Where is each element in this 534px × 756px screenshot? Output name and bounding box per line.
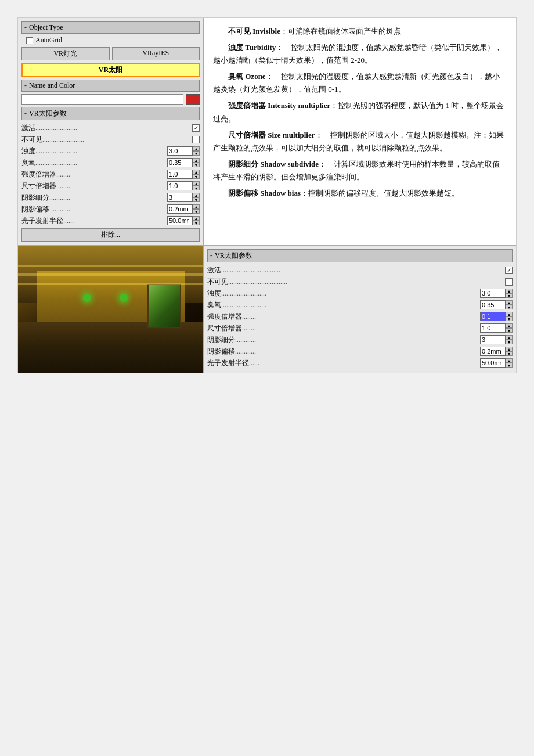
param-label-chouyang: 臭氧........................: [21, 158, 167, 168]
name-color-header: - Name and Color: [21, 80, 200, 92]
params-label: VR太阳参数: [29, 109, 67, 118]
chouyang-down[interactable]: ▼: [193, 163, 200, 167]
name-color-dash: -: [24, 81, 27, 90]
zhuodu-up[interactable]: ▲: [193, 146, 200, 151]
b-yinying-py-input[interactable]: [480, 347, 506, 356]
guangzi-down[interactable]: ▼: [193, 221, 200, 225]
param-value-bukejian: [192, 136, 200, 143]
b-param-label-yinying-xf: 阴影细分............: [207, 335, 480, 345]
param-value-qiangdu: ▲ ▼: [167, 170, 200, 179]
autogrid-row: AutoGrid: [21, 36, 200, 45]
b-chouyang-up[interactable]: ▲: [506, 300, 513, 305]
chouyang-up[interactable]: ▲: [193, 158, 200, 163]
vr-ies-button[interactable]: VRayIES: [112, 47, 200, 60]
yinying-xf-down[interactable]: ▼: [193, 197, 200, 202]
exclude-button[interactable]: 排除...: [21, 228, 200, 242]
yinying-xf-input[interactable]: [167, 193, 193, 202]
room-window: [147, 284, 181, 329]
para-qiangdu: 强度倍增器 Intensity multiplier：控制光照的强弱程度，默认值…: [213, 99, 507, 125]
yinying-py-input[interactable]: [167, 204, 193, 214]
b-yinying-py-spinner: ▲ ▼: [506, 347, 513, 356]
term-yinying-py: 阴影偏移 Shadow bias: [228, 189, 301, 197]
b-param-row-guangzi: 光子发射半径...... ▲ ▼: [207, 358, 513, 368]
param-row-zhuodu: 浊度........................ ▲ ▼: [21, 146, 200, 156]
b-param-row-yinying-xf: 阴影细分............ ▲ ▼: [207, 334, 513, 345]
b-chouyang-down[interactable]: ▼: [506, 305, 513, 309]
b-yinying-py-up[interactable]: ▲: [506, 347, 513, 351]
vr-sun-btn-row: VR太阳: [21, 63, 200, 77]
object-type-dash: -: [24, 23, 27, 32]
name-input-field[interactable]: [21, 94, 183, 105]
b-guangzi-spinner: ▲ ▼: [506, 358, 513, 368]
b-jihuo-checkbox[interactable]: ✓: [505, 267, 513, 274]
b-yinying-py-down[interactable]: ▼: [506, 351, 513, 356]
b-zhuodu-input[interactable]: [480, 289, 506, 298]
qiangdu-up[interactable]: ▲: [193, 170, 200, 174]
yinying-xf-up[interactable]: ▲: [193, 193, 200, 197]
term-chouyang: 臭氧 Ozone: [228, 72, 266, 81]
param-value-chouyang: ▲ ▼: [167, 158, 200, 167]
bottom-params-dash: -: [210, 251, 212, 260]
b-chicun-up[interactable]: ▲: [506, 323, 513, 328]
param-label-bukejian: 不可见........................: [21, 135, 192, 145]
chouyang-input[interactable]: [167, 158, 193, 167]
b-param-label-chouyang: 臭氧..........................: [207, 300, 480, 310]
b-zhuodu-down[interactable]: ▼: [506, 293, 513, 298]
para-yinying-xf: 阴影细分 Shadow subdivide： 计算区域阴影效果时使用的样本数量，…: [213, 158, 507, 183]
term-chicun: 尺寸倍增器 Size multiplier: [228, 131, 315, 139]
b-guangzi-input[interactable]: [480, 358, 506, 368]
b-chicun-down[interactable]: ▼: [506, 328, 513, 333]
b-param-value-guangzi: ▲ ▼: [480, 358, 513, 368]
vr-light-button[interactable]: VR灯光: [21, 47, 110, 60]
b-qiangdu-spinner: ▲ ▼: [506, 312, 513, 321]
vr-sun-params-section: - VR太阳参数 激活........................ ✓ 不可…: [21, 107, 200, 242]
zhuodu-input[interactable]: [167, 146, 193, 156]
b-zhuodu-up[interactable]: ▲: [506, 289, 513, 293]
bukejian-checkbox[interactable]: [192, 136, 200, 143]
b-yinying-xf-input[interactable]: [480, 335, 506, 344]
yinying-py-down[interactable]: ▼: [193, 209, 200, 214]
b-param-value-zhuodu: ▲ ▼: [480, 289, 513, 298]
term-qiangdu: 强度倍增器 Intensity multiplier: [228, 101, 330, 110]
chouyang-spinner: ▲ ▼: [193, 158, 200, 167]
zhuodu-spinner: ▲ ▼: [193, 146, 200, 156]
param-row-qiangdu: 强度倍增器........ ▲ ▼: [21, 169, 200, 179]
b-yinying-xf-down[interactable]: ▼: [506, 340, 513, 344]
name-color-section: - Name and Color: [21, 80, 200, 105]
qiangdu-input[interactable]: [167, 170, 193, 179]
param-row-guangzi: 光子发射半径...... ▲ ▼: [21, 215, 200, 226]
param-label-chicun: 尺寸倍增器........: [21, 181, 167, 191]
jihuo-checkbox[interactable]: ✓: [192, 124, 200, 132]
zhuodu-down[interactable]: ▼: [193, 151, 200, 156]
guangzi-up[interactable]: ▲: [193, 216, 200, 221]
b-qiangdu-up[interactable]: ▲: [506, 312, 513, 316]
autogrid-checkbox[interactable]: [26, 37, 33, 44]
object-type-header: - Object Type: [21, 21, 200, 34]
ceiling-stripe-1: [18, 265, 203, 267]
left-panel: - Object Type AutoGrid VR灯光 VRayIES VR太阳…: [18, 18, 204, 245]
chicun-up[interactable]: ▲: [193, 181, 200, 186]
b-bukejian-checkbox[interactable]: [505, 278, 513, 286]
guangzi-spinner: ▲ ▼: [193, 216, 200, 225]
page-container: - Object Type AutoGrid VR灯光 VRayIES VR太阳…: [17, 17, 517, 373]
color-swatch[interactable]: [186, 94, 200, 105]
vr-sun-button[interactable]: VR太阳: [21, 63, 200, 77]
b-qiangdu-input[interactable]: [480, 312, 506, 321]
guangzi-input[interactable]: [167, 216, 193, 225]
b-param-label-yinying-py: 阴影偏移............: [207, 347, 480, 357]
ceiling-stripe-3: [18, 283, 203, 285]
b-chicun-input[interactable]: [480, 323, 506, 333]
qiangdu-down[interactable]: ▼: [193, 174, 200, 179]
b-yinying-xf-up[interactable]: ▲: [506, 335, 513, 340]
chicun-down[interactable]: ▼: [193, 186, 200, 190]
b-param-label-zhuodu: 浊度..........................: [207, 289, 480, 298]
b-guangzi-up[interactable]: ▲: [506, 358, 513, 363]
chicun-input[interactable]: [167, 181, 193, 190]
b-yinying-xf-spinner: ▲ ▼: [506, 335, 513, 344]
b-chouyang-input[interactable]: [480, 300, 506, 309]
b-qiangdu-down[interactable]: ▼: [506, 316, 513, 321]
yinying-py-up[interactable]: ▲: [193, 204, 200, 209]
b-guangzi-down[interactable]: ▼: [506, 363, 513, 368]
param-label-jihuo: 激活........................: [21, 123, 192, 133]
b-param-label-bukejian: 不可见..................................: [207, 277, 505, 287]
